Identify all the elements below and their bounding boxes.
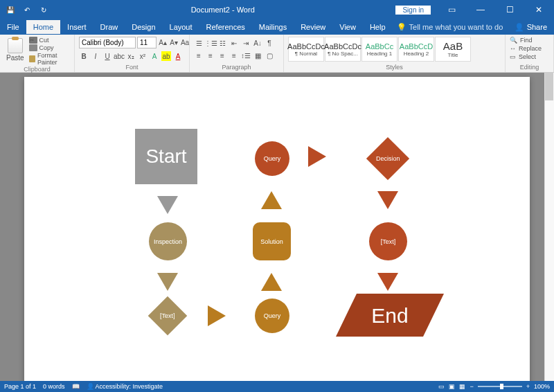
accessibility-status[interactable]: 👤 Accessibility: Investigate	[87, 383, 163, 390]
maximize-icon[interactable]: ☐	[496, 0, 524, 19]
show-marks-icon[interactable]: ¶	[265, 38, 274, 48]
format-painter-icon	[29, 55, 35, 62]
bold-icon[interactable]: B	[79, 51, 89, 61]
group-paragraph: ☰ ⋮☰ ☷ ⇤ ⇥ A↓ ¶ ≡ ≡ ≡ ≡ ↕☰ ▦ ▢ Paragraph	[190, 35, 284, 72]
cut-button[interactable]: ✂Cut	[29, 37, 70, 44]
tell-me-search[interactable]: 💡 Tell me what you want to do	[397, 23, 503, 32]
document-page[interactable]: Start Query Decision Inspection Solution…	[24, 77, 530, 381]
ribbon-options-icon[interactable]: ▭	[438, 0, 465, 19]
group-label: Paragraph	[194, 64, 279, 71]
grow-font-icon[interactable]: A▴	[158, 38, 168, 48]
tab-mailings[interactable]: Mailings	[252, 20, 294, 34]
align-right-icon[interactable]: ≡	[217, 51, 227, 60]
svg-marker-7	[208, 305, 226, 326]
strike-icon[interactable]: abc	[114, 51, 124, 61]
multilevel-icon[interactable]: ☷	[217, 38, 227, 48]
justify-icon[interactable]: ≡	[229, 51, 239, 60]
share-button[interactable]: 👤 Share	[508, 20, 554, 35]
flow-query2[interactable]: Query	[255, 299, 289, 333]
cut-icon: ✂	[29, 37, 37, 44]
shrink-font-icon[interactable]: A▾	[169, 38, 179, 48]
subscript-icon[interactable]: x₂	[126, 51, 136, 61]
copy-button[interactable]: Copy	[29, 44, 70, 51]
flow-text[interactable]: [Text]	[369, 222, 407, 260]
flow-start[interactable]: Start	[135, 129, 197, 184]
zoom-level[interactable]: 100%	[534, 383, 550, 390]
flow-text2[interactable]: [Text]	[148, 296, 188, 336]
borders-icon[interactable]: ▢	[265, 51, 274, 60]
flow-query[interactable]: Query	[255, 141, 289, 176]
title-bar: 💾 ↶ ↻ Document2 - Word Sign in ▭ — ☐ ✕	[0, 0, 554, 19]
spellcheck-icon[interactable]: 📖	[72, 383, 80, 390]
sort-icon[interactable]: A↓	[253, 38, 262, 48]
numbering-icon[interactable]: ⋮☰	[206, 38, 215, 48]
svg-marker-1	[157, 196, 178, 214]
group-editing: 🔍Find ↔Replace ▭Select Editing	[506, 35, 554, 72]
style-title[interactable]: AaBTitle	[435, 37, 471, 62]
style-nospacing[interactable]: AaBbCcDc¶ No Spac...	[325, 37, 361, 62]
word-count[interactable]: 0 words	[43, 383, 65, 390]
tab-home[interactable]: Home	[26, 20, 60, 34]
font-size-select[interactable]	[137, 37, 157, 48]
align-left-icon[interactable]: ≡	[194, 51, 204, 60]
tab-insert[interactable]: Insert	[60, 20, 93, 34]
flow-solution[interactable]: Solution	[253, 222, 291, 260]
increase-indent-icon[interactable]: ⇥	[241, 38, 251, 48]
style-gallery[interactable]: AaBbCcDc¶ Normal AaBbCcDc¶ No Spac... Aa…	[288, 37, 471, 62]
style-normal[interactable]: AaBbCcDc¶ Normal	[288, 37, 324, 62]
replace-icon: ↔	[510, 45, 516, 52]
tab-file[interactable]: File	[0, 20, 26, 34]
style-heading2[interactable]: AaBbCcDHeading 2	[398, 37, 434, 62]
change-case-icon[interactable]: Aa	[180, 38, 190, 48]
underline-icon[interactable]: U	[102, 51, 112, 61]
bullets-icon[interactable]: ☰	[194, 38, 204, 48]
save-icon[interactable]: 💾	[4, 3, 17, 16]
font-color-icon[interactable]: A	[173, 51, 183, 61]
decrease-indent-icon[interactable]: ⇤	[229, 38, 239, 48]
web-layout-icon[interactable]: ▦	[459, 383, 465, 390]
group-label: Editing	[510, 64, 549, 71]
undo-icon[interactable]: ↶	[21, 3, 33, 16]
zoom-slider[interactable]	[478, 386, 522, 387]
tab-review[interactable]: Review	[294, 20, 332, 34]
superscript-icon[interactable]: x²	[138, 51, 148, 61]
close-icon[interactable]: ✕	[525, 0, 553, 19]
redo-icon[interactable]: ↻	[37, 3, 50, 16]
text-effects-icon[interactable]: A	[150, 51, 159, 61]
flow-end[interactable]: End	[336, 294, 444, 337]
print-layout-icon[interactable]: ▣	[449, 383, 455, 390]
arrow-down-icon	[157, 273, 178, 291]
select-button[interactable]: ▭Select	[510, 53, 542, 60]
flow-decision[interactable]: Decision	[366, 137, 409, 180]
vertical-scrollbar[interactable]	[544, 73, 554, 381]
style-heading1[interactable]: AaBbCcHeading 1	[361, 37, 397, 62]
zoom-in-icon[interactable]: +	[526, 383, 530, 390]
arrow-down-icon	[157, 196, 178, 214]
tab-design[interactable]: Design	[125, 20, 162, 34]
tab-draw[interactable]: Draw	[93, 20, 125, 34]
minimize-icon[interactable]: —	[467, 0, 494, 19]
line-spacing-icon[interactable]: ↕☰	[241, 51, 251, 60]
italic-icon[interactable]: I	[91, 51, 100, 61]
svg-marker-6	[377, 273, 398, 291]
svg-marker-5	[261, 273, 282, 291]
zoom-out-icon[interactable]: −	[470, 383, 473, 390]
tab-view[interactable]: View	[332, 20, 363, 34]
page-indicator[interactable]: Page 1 of 1	[4, 383, 36, 390]
scroll-thumb[interactable]	[545, 73, 553, 100]
highlight-icon[interactable]: ab	[161, 51, 171, 61]
replace-button[interactable]: ↔Replace	[510, 45, 542, 52]
format-painter-button[interactable]: Format Painter	[29, 52, 70, 66]
group-label: Styles	[288, 64, 501, 71]
align-center-icon[interactable]: ≡	[206, 51, 215, 60]
find-button[interactable]: 🔍Find	[510, 37, 542, 44]
shading-icon[interactable]: ▦	[253, 51, 262, 60]
font-name-select[interactable]	[79, 37, 136, 48]
flow-inspection[interactable]: Inspection	[149, 222, 187, 260]
tab-layout[interactable]: Layout	[163, 20, 199, 34]
tab-references[interactable]: References	[199, 20, 252, 34]
paste-button[interactable]: Paste	[4, 37, 26, 63]
read-mode-icon[interactable]: ▭	[438, 383, 445, 390]
sign-in-button[interactable]: Sign in	[395, 6, 431, 15]
tab-help[interactable]: Help	[363, 20, 393, 34]
